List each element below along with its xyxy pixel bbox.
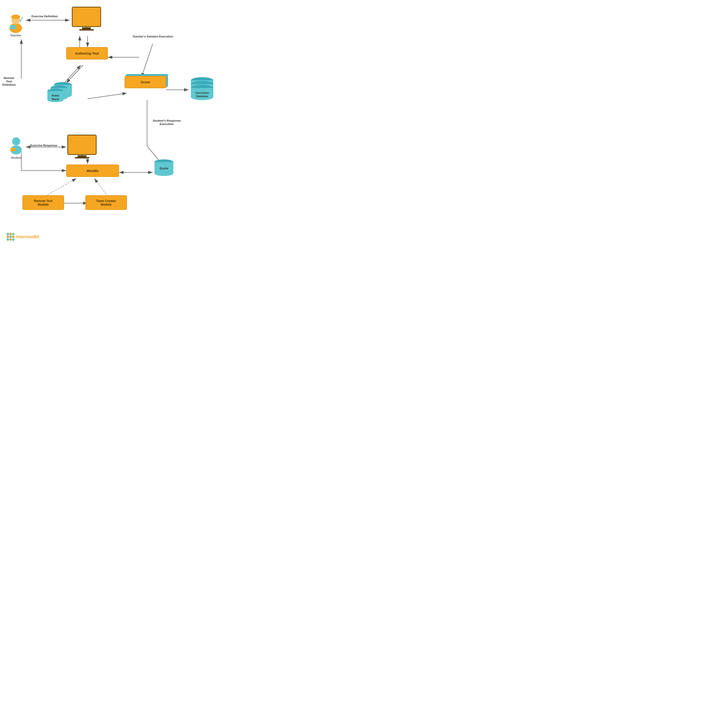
svg-text:Database: Database — [196, 95, 208, 98]
svg-text:Bank: Bank — [52, 98, 59, 101]
items-bank-group: Items Bank — [44, 74, 78, 111]
svg-point-56 — [154, 171, 173, 176]
authoring-tool-box: Authoring Tool — [66, 47, 108, 60]
svg-line-10 — [141, 44, 153, 78]
svg-point-25 — [11, 15, 20, 19]
svg-rect-26 — [10, 25, 16, 29]
remote-test-module-box: Remote TestModule — [23, 195, 64, 210]
svg-text:Score: Score — [160, 167, 168, 170]
svg-text:Correction: Correction — [195, 92, 209, 95]
remote-test-def-label: RemoteTestDefinition — [2, 76, 16, 86]
logo: InterviewBit — [7, 233, 39, 241]
exercise-definition-label: Exercise Definition — [31, 15, 58, 18]
score-main-group: Score — [125, 76, 166, 88]
diagram-container: Teacher Exercise Definition Authoring To… — [0, 0, 247, 245]
score-main-box: Score — [125, 76, 166, 88]
teacher-person: Teacher — [7, 11, 25, 37]
svg-text:Items: Items — [52, 94, 59, 97]
students-response-label: Student's ResponseExecution — [153, 119, 180, 126]
svg-rect-53 — [11, 148, 15, 151]
student-monitor — [67, 135, 96, 159]
moodle-box: Moodle — [66, 165, 119, 177]
team-creator-module-box: Team CreatorModule — [85, 195, 127, 210]
student-person: Student — [8, 135, 25, 159]
svg-line-21 — [94, 179, 108, 196]
svg-line-9 — [87, 93, 127, 99]
teacher-label: Teacher — [10, 34, 21, 37]
logo-text: InterviewBit — [16, 235, 39, 239]
authoring-monitor — [72, 7, 101, 31]
exercise-response-label: Exercise Response — [30, 144, 57, 147]
logo-icon — [7, 233, 14, 241]
correction-db-group: Correction Database — [188, 76, 217, 106]
score-small-group: Score — [153, 157, 175, 180]
svg-point-28 — [20, 20, 21, 22]
student-label: Student — [11, 156, 21, 159]
teachers-solution-label: Teacher's Solution Execution — [133, 35, 173, 38]
svg-line-27 — [21, 17, 23, 21]
svg-point-51 — [12, 137, 20, 145]
svg-line-20 — [45, 179, 76, 196]
